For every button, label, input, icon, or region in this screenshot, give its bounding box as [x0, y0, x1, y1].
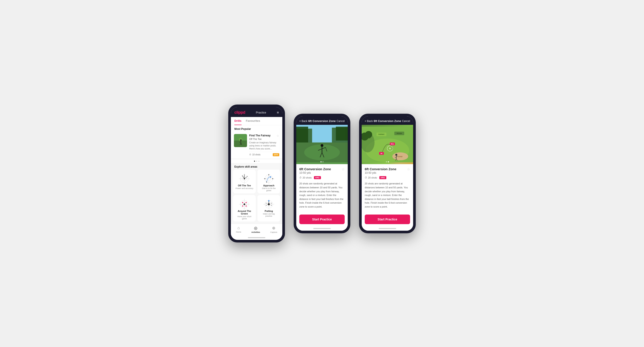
svg-point-52 [321, 144, 324, 147]
svg-point-20 [270, 176, 271, 178]
svg-text:Hit: Hit [381, 153, 382, 154]
home-indicator [379, 228, 396, 229]
image-dot-2 [322, 161, 324, 162]
skill-card-off-the-tee[interactable]: Off The Tee Power and accuracy [233, 170, 256, 193]
start-practice-button[interactable]: Start Practice [365, 214, 410, 224]
phone-2-screen: < Back 6ft Conversion Zone Cancel [296, 116, 348, 230]
drill-meta: ⏱ 20 shots ARG [299, 176, 345, 179]
phone2-header: < Back 6ft Conversion Zone Cancel [296, 116, 348, 125]
tab-favourites[interactable]: Favourites [246, 117, 260, 125]
phone3-header: < Back 6ft Conversion Zone Cancel [362, 116, 413, 125]
capture-label: Capture [270, 231, 277, 233]
cancel-button[interactable]: Cancel [402, 120, 410, 123]
drill-image [296, 125, 348, 164]
activities-label: Activities [251, 231, 260, 233]
svg-point-82 [389, 148, 391, 149]
skill-grid: Off The Tee Power and accuracy [231, 170, 282, 224]
home-label: Home [236, 231, 241, 233]
card-footer: ⏱ 10 shots OTT [249, 152, 279, 156]
nav-home[interactable]: ⌂ Home [236, 226, 241, 233]
skill-desc-ott: Power and accuracy [236, 187, 253, 189]
drill-title: 6ft Conversion Zone [365, 167, 396, 171]
svg-point-32 [244, 203, 245, 205]
drill-description: 20 shots are randomly generated at dista… [299, 182, 345, 209]
phone-1-screen: clippd Practice ≡ Drills Favourites Most… [231, 107, 282, 240]
carousel-dots [231, 159, 282, 163]
skill-card-putting[interactable]: Putting Make and lag practice [258, 195, 280, 221]
skill-name-approach: Approach [263, 184, 274, 187]
svg-point-24 [264, 178, 265, 179]
skill-card-approach[interactable]: Approach Dial-in to hit the green [258, 170, 280, 193]
start-practice-button[interactable]: Start Practice [299, 214, 345, 224]
image-dot-1 [320, 161, 322, 162]
back-button[interactable]: < Back [299, 120, 308, 123]
clock-icon: ⏱ [365, 176, 367, 179]
drill-detail: 6ft Conversion Zone 10-50 yds ☆ ⏱ 20 sho… [362, 164, 413, 212]
svg-point-31 [242, 205, 243, 206]
featured-drill-card[interactable]: Find The Fairway Off The Tee Create an i… [231, 132, 282, 158]
skill-desc-approach: Dial-in to hit the green [259, 187, 278, 192]
home-icon: ⌂ [238, 226, 240, 230]
skill-card-around-the-green[interactable]: Around The Green Hone your short game [233, 195, 256, 221]
favourite-icon[interactable]: ☆ [407, 167, 410, 171]
clock-icon: ⏱ [249, 153, 251, 156]
favourite-icon[interactable]: ☆ [342, 167, 345, 171]
card-description: Create an imaginary fairway using trees … [249, 141, 279, 150]
svg-text:ROUGH: ROUGH [397, 133, 402, 134]
card-image [234, 134, 247, 147]
phone-1: clippd Practice ≡ Drills Favourites Most… [228, 105, 285, 242]
card-info: Find The Fairway Off The Tee Create an i… [249, 134, 279, 156]
svg-point-2 [239, 138, 242, 141]
svg-point-42 [271, 203, 272, 204]
activities-icon: ◎ [254, 226, 258, 230]
capture-icon: ⊕ [272, 226, 275, 230]
course-illustration: SAND ROUGH FAIRWAY ROUGH Hit [362, 125, 413, 164]
drill-description: 20 shots are randomly generated at dista… [365, 182, 410, 209]
cancel-button[interactable]: Cancel [336, 120, 345, 123]
svg-point-30 [246, 202, 247, 203]
shots-meta: ⏱ 20 shots [365, 176, 377, 179]
svg-rect-49 [336, 127, 348, 141]
svg-point-3 [240, 139, 242, 141]
drill-subtitle: 10-50 yds [365, 171, 396, 174]
svg-point-75 [395, 154, 397, 156]
dot-2 [256, 161, 257, 162]
card-shots: ⏱ 10 shots [249, 153, 260, 156]
bottom-nav: ⌂ Home ◎ Activities ⊕ Capture [231, 224, 282, 236]
category-badge: ARG [314, 176, 321, 179]
card-subtitle: Off The Tee [249, 138, 279, 140]
phone-3-screen: < Back 6ft Conversion Zone Cancel SAND R… [362, 116, 413, 230]
dot-1 [254, 161, 255, 162]
skill-name-atg: Around The Green [235, 210, 254, 215]
tabs-bar: Drills Favourites [231, 117, 282, 125]
card-title: Find The Fairway [249, 134, 279, 138]
clock-icon: ⏱ [299, 176, 302, 179]
home-indicator [313, 228, 331, 229]
back-button[interactable]: < Back [365, 120, 373, 123]
svg-point-44 [271, 205, 272, 206]
category-badge: ARG [379, 176, 386, 179]
svg-point-29 [242, 202, 243, 203]
svg-point-43 [266, 205, 267, 206]
svg-text:Miss: Miss [391, 143, 394, 145]
svg-point-40 [268, 200, 270, 201]
header-title: 6ft Conversion Zone [308, 119, 336, 123]
svg-text:FAIRWAY: FAIRWAY [378, 134, 385, 135]
nav-capture[interactable]: ⊕ Capture [270, 226, 277, 233]
svg-point-23 [272, 178, 273, 179]
menu-icon[interactable]: ≡ [277, 111, 279, 115]
drill-title: 6ft Conversion Zone [299, 167, 331, 171]
nav-activities[interactable]: ◎ Activities [251, 226, 260, 233]
drill-detail: 6ft Conversion Zone 10-50 yds ☆ ⏱ 20 sho… [296, 164, 348, 212]
home-indicator [248, 237, 265, 238]
drill-meta: ⏱ 20 shots ARG [365, 176, 410, 179]
image-carousel-dots [386, 161, 389, 162]
favourite-icon[interactable]: ☆ [276, 134, 279, 138]
phone1-header: clippd Practice ≡ [231, 107, 282, 117]
card-badge: OTT [273, 153, 279, 156]
svg-point-33 [246, 205, 247, 206]
phone2-content: 6ft Conversion Zone 10-50 yds ☆ ⏱ 20 sho… [296, 125, 348, 230]
explore-title: Explore skill areas [231, 163, 282, 170]
skill-desc-atg: Hone your short game [235, 215, 254, 220]
tab-drills[interactable]: Drills [234, 117, 242, 125]
